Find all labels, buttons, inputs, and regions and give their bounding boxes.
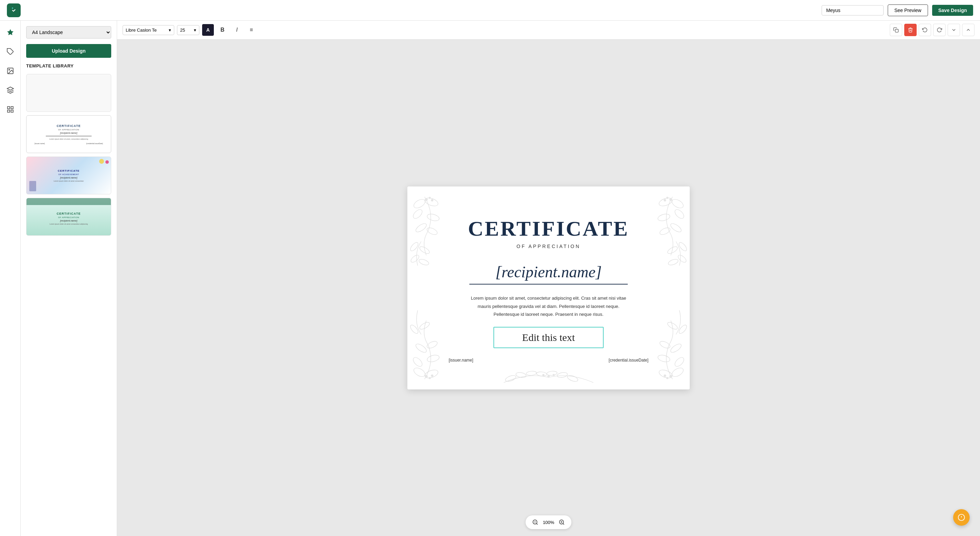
page-size-select[interactable]: A4 Landscape A4 Portrait Letter Landscap…	[26, 26, 111, 38]
topbar: See Preview Save Design	[0, 0, 980, 21]
save-button[interactable]: Save Design	[932, 5, 973, 16]
fab-button[interactable]	[953, 509, 970, 526]
zoom-in-button[interactable]	[558, 518, 566, 526]
move-up-button[interactable]	[962, 24, 975, 36]
sidebar-item-image[interactable]	[4, 65, 16, 77]
certificate-content: CERTIFICATE OF APPRECIATION [recipient.n…	[407, 196, 690, 379]
recipient-name: [recipient.name]	[435, 263, 662, 281]
preview-button[interactable]: See Preview	[888, 5, 928, 16]
font-family-select[interactable]: Libre Caslon Te ▾	[123, 25, 174, 35]
template-blank[interactable]	[26, 74, 111, 112]
sidebar-item-layers[interactable]	[4, 84, 16, 96]
template-grid: CERTIFICATE OF APPRECIATION [recipient.n…	[26, 74, 111, 236]
svg-rect-10	[895, 29, 898, 32]
issue-date: [credential.issueDate]	[609, 358, 648, 363]
main-layout: A4 Landscape A4 Portrait Letter Landscap…	[0, 21, 980, 536]
bold-button[interactable]: B	[216, 24, 228, 36]
svg-line-70	[536, 523, 538, 524]
undo-button[interactable]	[919, 24, 931, 36]
svg-rect-0	[11, 7, 17, 13]
canvas-area: CERTIFICATE OF APPRECIATION [recipient.n…	[117, 40, 980, 536]
zoom-out-button[interactable]	[531, 518, 539, 526]
certificate-title: CERTIFICATE	[435, 216, 662, 241]
italic-button[interactable]: I	[231, 24, 243, 36]
icon-sidebar	[0, 21, 21, 536]
certificate-body: Lorem ipsum dolor sit amet, consectetur …	[466, 294, 631, 318]
certificate-footer: [issuer.name] [credential.issueDate]	[435, 358, 662, 363]
upload-design-button[interactable]: Upload Design	[26, 44, 111, 58]
certificate-divider	[469, 284, 628, 284]
template-colorful[interactable]: CERTIFICATE OF ACHIEVEMENT [recipient.na…	[26, 157, 111, 194]
template-library-label: TEMPLATE LIBRARY	[26, 63, 111, 68]
sidebar-item-apps[interactable]	[4, 103, 16, 116]
zoom-bar: 100%	[525, 515, 571, 529]
font-size-select[interactable]: 25 ▾	[177, 25, 199, 35]
svg-line-73	[563, 523, 564, 524]
issuer-name: [issuer.name]	[449, 358, 473, 363]
svg-point-1	[12, 7, 13, 9]
toolbar-right	[890, 24, 975, 36]
canvas-scroll: CERTIFICATE OF APPRECIATION [recipient.n…	[117, 40, 980, 536]
font-color-button[interactable]: A	[202, 24, 214, 36]
align-button[interactable]: ≡	[245, 24, 257, 36]
zoom-level: 100%	[542, 520, 554, 525]
delete-button[interactable]	[904, 24, 916, 36]
svg-rect-9	[11, 110, 13, 112]
redo-button[interactable]	[933, 24, 945, 36]
template-teal[interactable]: CERTIFICATE OF APPRECIATION [recipient.n…	[26, 198, 111, 236]
svg-point-4	[9, 69, 10, 70]
move-down-button[interactable]	[948, 24, 960, 36]
svg-marker-5	[7, 87, 13, 90]
template-botanical[interactable]: CERTIFICATE OF APPRECIATION [recipient.n…	[26, 115, 111, 153]
left-panel: A4 Landscape A4 Portrait Letter Landscap…	[21, 21, 117, 536]
svg-rect-7	[11, 107, 13, 109]
certificate-subtitle: OF APPRECIATION	[435, 244, 662, 249]
toolbar: Libre Caslon Te ▾ 25 ▾ A B I ≡	[117, 21, 980, 40]
search-input[interactable]	[822, 5, 884, 16]
certificate-canvas: CERTIFICATE OF APPRECIATION [recipient.n…	[407, 187, 690, 389]
sidebar-item-tag[interactable]	[4, 45, 16, 58]
app-logo	[7, 3, 21, 17]
svg-rect-6	[7, 107, 9, 109]
edit-text-box[interactable]: Edit this text	[493, 327, 604, 348]
svg-rect-8	[7, 110, 9, 112]
sidebar-item-star[interactable]	[4, 26, 16, 38]
copy-button[interactable]	[890, 24, 902, 36]
